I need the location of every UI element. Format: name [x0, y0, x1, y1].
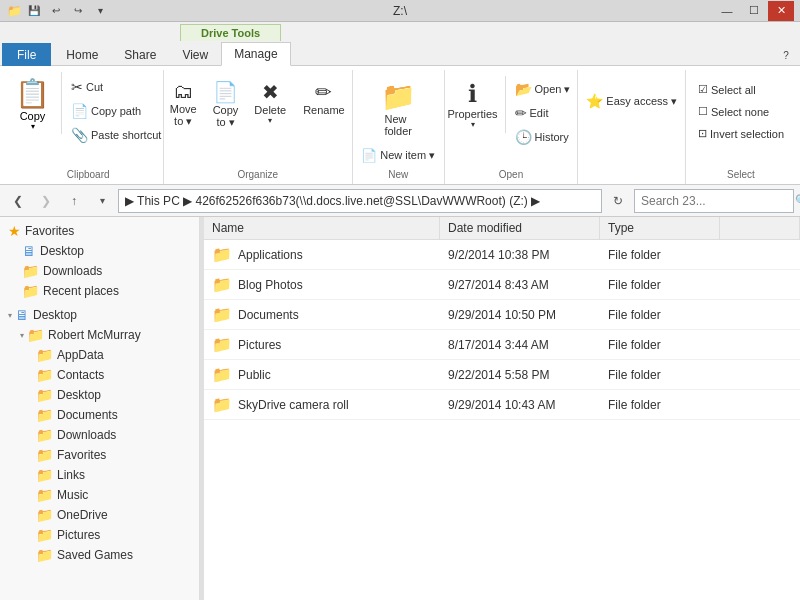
paste-button[interactable]: 📋 Copy ▾	[10, 74, 55, 134]
sidebar-item-documents[interactable]: 📁 Documents	[0, 405, 199, 425]
qat-redo-btn[interactable]: ↪	[68, 1, 88, 21]
title-bar: 📁 💾 ↩ ↪ ▾ Z:\ — ☐ ✕	[0, 0, 800, 22]
properties-button[interactable]: ℹ Properties ▾	[447, 76, 499, 133]
qat-save-btn[interactable]: 💾	[24, 1, 44, 21]
sidebar-item-music[interactable]: 📁 Music	[0, 485, 199, 505]
desktop-section: ▾ 🖥 Desktop ▾ 📁 Robert McMurray 📁 AppDat…	[0, 305, 199, 565]
easy-access-button[interactable]: ⭐ Easy access ▾	[581, 90, 682, 112]
sidebar-item-saved-games[interactable]: 📁 Saved Games	[0, 545, 199, 565]
select-none-button[interactable]: ☐ Select none	[693, 102, 789, 121]
col-header-size[interactable]	[720, 217, 800, 239]
sidebar-item-desktop2[interactable]: 📁 Desktop	[0, 385, 199, 405]
forward-button[interactable]: ❯	[34, 189, 58, 213]
arrow-icon-2: ▾	[20, 331, 24, 340]
col-header-type[interactable]: Type	[600, 217, 720, 239]
sidebar-item-favorites[interactable]: 📁 Favorites	[0, 445, 199, 465]
move-to-button[interactable]: 🗂 Move to ▾	[164, 76, 203, 132]
col-header-date[interactable]: Date modified	[440, 217, 600, 239]
help-btn[interactable]: ?	[776, 45, 796, 65]
paste-shortcut-button[interactable]: 📎 Paste shortcut	[66, 124, 166, 146]
col-header-name[interactable]: Name	[204, 217, 440, 239]
sidebar-item-appdata[interactable]: 📁 AppData	[0, 345, 199, 365]
open-button[interactable]: 📂 Open ▾	[510, 78, 576, 100]
minimize-btn[interactable]: —	[714, 1, 740, 21]
back-button[interactable]: ❮	[6, 189, 30, 213]
file-type: File folder	[600, 396, 720, 414]
table-row[interactable]: 📁 Applications 9/2/2014 10:38 PM File fo…	[204, 240, 800, 270]
file-size	[720, 313, 800, 317]
file-date: 9/22/2014 5:58 PM	[440, 366, 600, 384]
file-date: 9/2/2014 10:38 PM	[440, 246, 600, 264]
recent-locations-button[interactable]: ▾	[90, 189, 114, 213]
file-date: 9/29/2014 10:50 PM	[440, 306, 600, 324]
sidebar-item-desktop-root[interactable]: ▾ 🖥 Desktop	[0, 305, 199, 325]
tab-view[interactable]: View	[169, 43, 221, 66]
new-folder-button[interactable]: 📁 Newfolder	[368, 76, 428, 141]
favorites-header[interactable]: ★ Favorites	[0, 221, 199, 241]
address-path[interactable]: ▶ This PC ▶ 426f62526f636b73(\\d.docs.li…	[118, 189, 602, 213]
tab-share[interactable]: Share	[111, 43, 169, 66]
favorites-label: Favorites	[25, 224, 74, 238]
sidebar-item-contacts[interactable]: 📁 Contacts	[0, 365, 199, 385]
sidebar-item-robert[interactable]: ▾ 📁 Robert McMurray	[0, 325, 199, 345]
appdata-label: AppData	[57, 348, 104, 362]
file-name: Public	[238, 368, 271, 382]
cut-button[interactable]: ✂ Cut	[66, 76, 166, 98]
table-row[interactable]: 📁 Pictures 8/17/2014 3:44 AM File folder	[204, 330, 800, 360]
qat-dropdown-btn[interactable]: ▾	[90, 1, 110, 21]
file-name: Documents	[238, 308, 299, 322]
up-button[interactable]: ↑	[62, 189, 86, 213]
table-row[interactable]: 📁 Blog Photos 9/27/2014 8:43 AM File fol…	[204, 270, 800, 300]
tab-file[interactable]: File	[2, 43, 51, 66]
folder-icon: 📁	[212, 275, 232, 294]
pictures-icon: 📁	[36, 527, 53, 543]
edit-button[interactable]: ✏ Edit	[510, 102, 576, 124]
sidebar-item-recent[interactable]: 📁 Recent places	[0, 281, 199, 301]
folder-icon: 📁	[212, 335, 232, 354]
rename-button[interactable]: ✏ Rename	[296, 76, 352, 120]
table-row[interactable]: 📁 Public 9/22/2014 5:58 PM File folder	[204, 360, 800, 390]
onedrive-icon: 📁	[36, 507, 53, 523]
copy-path-button[interactable]: 📄 Copy path	[66, 100, 166, 122]
folder-icon: 📁	[212, 395, 232, 414]
pictures-label: Pictures	[57, 528, 100, 542]
file-size	[720, 403, 800, 407]
invert-selection-button[interactable]: ⊡ Invert selection	[693, 124, 789, 143]
file-type: File folder	[600, 366, 720, 384]
arrow-icon: ▾	[8, 311, 12, 320]
documents-label: Documents	[57, 408, 118, 422]
file-date: 8/17/2014 3:44 AM	[440, 336, 600, 354]
copy-to-button[interactable]: 📄 Copy to ▾	[207, 76, 245, 133]
close-btn[interactable]: ✕	[768, 1, 794, 21]
app-icon: 📁	[6, 3, 22, 19]
documents-icon: 📁	[36, 407, 53, 423]
file-size	[720, 373, 800, 377]
sidebar-item-downloads[interactable]: 📁 Downloads	[0, 261, 199, 281]
table-row[interactable]: 📁 Documents 9/29/2014 10:50 PM File fold…	[204, 300, 800, 330]
desktop-root-icon: 🖥	[15, 307, 29, 323]
file-type: File folder	[600, 306, 720, 324]
delete-button[interactable]: ✖ Delete ▾	[248, 76, 292, 129]
sidebar-item-links[interactable]: 📁 Links	[0, 465, 199, 485]
sidebar-item-downloads2[interactable]: 📁 Downloads	[0, 425, 199, 445]
table-row[interactable]: 📁 SkyDrive camera roll 9/29/2014 10:43 A…	[204, 390, 800, 420]
drive-tools-label: Drive Tools	[180, 24, 281, 41]
recent-label: Recent places	[43, 284, 119, 298]
tab-home[interactable]: Home	[53, 43, 111, 66]
search-input[interactable]	[641, 194, 791, 208]
sidebar-item-desktop[interactable]: 🖥 Desktop	[0, 241, 199, 261]
sidebar-item-pictures[interactable]: 📁 Pictures	[0, 525, 199, 545]
maximize-btn[interactable]: ☐	[741, 1, 767, 21]
links-icon: 📁	[36, 467, 53, 483]
refresh-button[interactable]: ↻	[606, 189, 630, 213]
new-item-button[interactable]: 📄 New item ▾	[356, 145, 440, 166]
select-all-button[interactable]: ☑ Select all	[693, 80, 789, 99]
tab-manage[interactable]: Manage	[221, 42, 290, 66]
music-icon: 📁	[36, 487, 53, 503]
qat-undo-btn[interactable]: ↩	[46, 1, 66, 21]
history-button[interactable]: 🕒 History	[510, 126, 576, 148]
sidebar-item-onedrive[interactable]: 📁 OneDrive	[0, 505, 199, 525]
music-label: Music	[57, 488, 88, 502]
organize-label: Organize	[237, 166, 278, 182]
downloads-label: Downloads	[43, 264, 102, 278]
